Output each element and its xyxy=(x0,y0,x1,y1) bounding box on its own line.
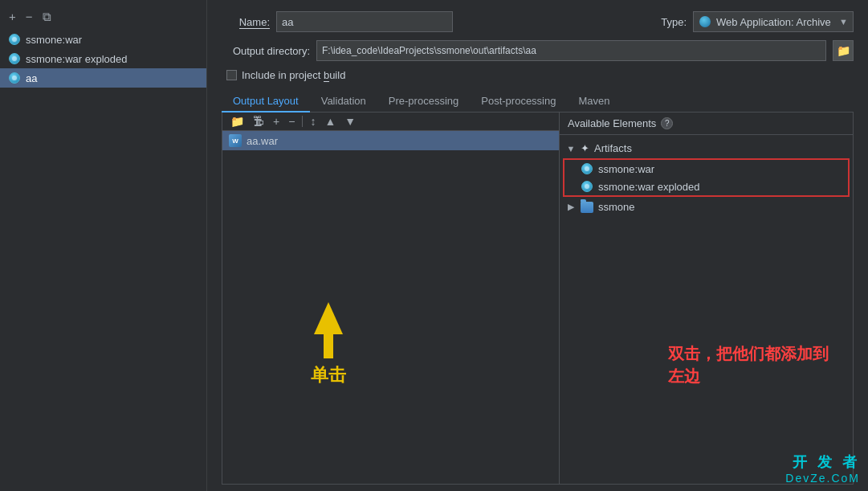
arrow-shaft xyxy=(324,334,333,358)
aa-icon xyxy=(8,72,21,84)
include-project-build-row: Include in project build xyxy=(222,69,854,81)
sidebar-item-ssmone-war[interactable]: ssmone:war xyxy=(0,30,206,49)
artifacts-parent-item[interactable]: ▼ ✦ Artifacts xyxy=(560,140,853,157)
type-select-text: Web Application: Archive xyxy=(716,16,834,28)
tab-post-processing[interactable]: Post-processing xyxy=(470,91,567,113)
tab-output-layout[interactable]: Output Layout xyxy=(222,91,310,113)
tab-pre-processing[interactable]: Pre-processing xyxy=(377,91,470,113)
sidebar-item-aa[interactable]: aa xyxy=(0,68,206,88)
ssmone-folder-label: ssmone xyxy=(598,201,635,213)
panel-up-button[interactable]: ▲ xyxy=(321,115,339,128)
right-panel: Available Elements ? ▼ ✦ Artifacts ssmon… xyxy=(560,113,853,484)
aa-war-label: aa.war xyxy=(247,135,278,147)
include-project-build-checkbox[interactable] xyxy=(226,70,237,80)
separator xyxy=(302,116,303,127)
ssmone-war-right-item[interactable]: ssmone:war xyxy=(564,160,848,178)
highlighted-artifacts-group: ssmone:war ssmone:war exploded xyxy=(563,158,850,197)
output-directory-row: Output directory: 📁 xyxy=(222,40,854,61)
expand-artifacts-icon: ▼ xyxy=(566,144,576,153)
ssmone-war-exploded-label: ssmone:war exploded xyxy=(598,181,699,193)
right-panel-header: Available Elements ? xyxy=(560,113,853,135)
main-content: Name: Type: Web Application: Archive ▼ O… xyxy=(207,0,868,491)
watermark-top-text: 开 发 者 xyxy=(793,452,860,472)
ssmone-war-icon xyxy=(581,162,593,175)
ssmone-war-exploded-right-item[interactable]: ssmone:war exploded xyxy=(564,178,848,195)
war-file-icon: W xyxy=(229,134,242,147)
panel-toolbar: 📁 🗜 + − ↕ ▲ ▼ xyxy=(222,113,559,131)
expand-ssmone-icon: ▶ xyxy=(566,203,576,212)
sidebar-toolbar: + − ⧉ xyxy=(0,6,206,27)
right-annotation: 双击，把他们都添加到左边 xyxy=(668,342,829,387)
panel-remove-button[interactable]: − xyxy=(285,115,298,128)
copy-artifact-button[interactable]: ⧉ xyxy=(40,10,54,23)
ssmone-war-label: ssmone:war xyxy=(598,163,654,175)
output-directory-label: Output directory: xyxy=(222,45,310,57)
browse-button[interactable]: 📁 xyxy=(833,40,854,61)
panel-sort-button[interactable]: ↕ xyxy=(307,115,319,128)
output-directory-input[interactable] xyxy=(316,40,826,61)
name-label: Name: xyxy=(222,16,270,28)
sidebar-item-ssmone-war-exploded[interactable]: ssmone:war exploded xyxy=(0,49,206,68)
sidebar: + − ⧉ ssmone:war ssmone:war exploded aa xyxy=(0,0,207,491)
left-panel: 📁 🗜 + − ↕ ▲ ▼ W aa.war 单击 xyxy=(222,113,560,484)
help-icon[interactable]: ? xyxy=(661,117,673,129)
tab-validation[interactable]: Validation xyxy=(310,91,377,113)
war-exploded-icon xyxy=(8,52,21,65)
right-tree: ▼ ✦ Artifacts ssmone:war ssmone:war expl… xyxy=(560,135,853,484)
panel-create-directory-button[interactable]: 📁 xyxy=(227,115,247,128)
click-label: 单击 xyxy=(311,363,346,387)
watermark-bottom-text: DevZe.CoM xyxy=(785,472,860,485)
ssmone-folder-icon xyxy=(581,202,593,213)
dropdown-arrow-icon: ▼ xyxy=(839,17,848,27)
name-input[interactable] xyxy=(276,11,453,32)
sidebar-item-label: aa xyxy=(26,72,37,84)
aa-war-tree-item[interactable]: W aa.war xyxy=(222,131,559,150)
sidebar-item-label: ssmone:war exploded xyxy=(26,53,127,65)
watermark: 开 发 者 DevZe.CoM xyxy=(785,452,860,485)
name-row: Name: Type: Web Application: Archive ▼ xyxy=(222,11,854,32)
ssmone-war-exploded-icon xyxy=(581,180,593,193)
available-elements-label: Available Elements xyxy=(568,117,656,129)
panel-content: W aa.war 单击 xyxy=(222,131,559,484)
type-label: Type: xyxy=(661,16,687,28)
folder-browse-icon: 📁 xyxy=(837,44,850,57)
include-project-build-label: Include in project build xyxy=(242,69,345,81)
sidebar-item-label: ssmone:war xyxy=(26,34,82,46)
arrow-annotation: 单击 xyxy=(311,302,346,387)
ssmone-folder-item[interactable]: ▶ ssmone xyxy=(560,198,853,215)
tab-maven[interactable]: Maven xyxy=(567,91,621,113)
panel-down-button[interactable]: ▼ xyxy=(341,115,359,128)
remove-artifact-button[interactable]: − xyxy=(23,10,35,23)
type-select[interactable]: Web Application: Archive ▼ xyxy=(693,11,854,32)
panel-add-button[interactable]: + xyxy=(270,115,283,128)
war-icon xyxy=(8,33,21,46)
tabs-row: Output Layout Validation Pre-processing … xyxy=(222,91,854,113)
content-area: 📁 🗜 + − ↕ ▲ ▼ W aa.war 单击 xyxy=(222,113,854,485)
type-icon xyxy=(699,15,711,28)
panel-war-icon-button[interactable]: 🗜 xyxy=(250,115,267,128)
artifacts-label: Artifacts xyxy=(594,142,632,154)
arrow-up-icon xyxy=(314,302,343,334)
artifacts-icon: ✦ xyxy=(581,142,589,154)
add-artifact-button[interactable]: + xyxy=(6,10,18,23)
